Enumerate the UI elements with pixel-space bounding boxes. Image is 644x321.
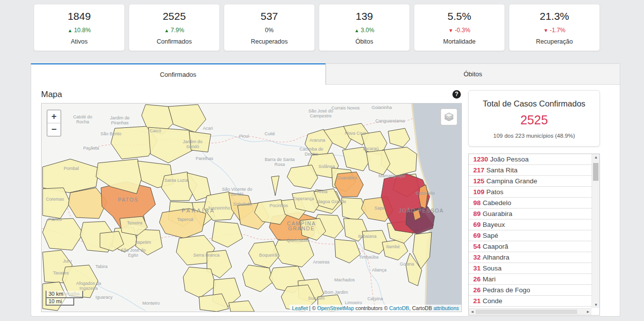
stat-delta: 0% (265, 27, 273, 34)
municipality-count: 32 (473, 254, 481, 261)
zoom-in-button[interactable]: + (48, 110, 60, 123)
tab-obitos[interactable]: Óbitos (326, 63, 621, 85)
map-label: Currais Novos (331, 106, 360, 110)
horizontal-scrollbar[interactable]: ◄ ► (469, 308, 592, 315)
municipality-row[interactable]: 217Santa Rita (469, 165, 592, 176)
choropleth-map[interactable]: Currais NovosCatolé doRochaJardim dePira… (42, 104, 461, 312)
tab-bar: Confirmados Óbitos (31, 63, 620, 85)
map-label: Pocinhos (269, 203, 288, 208)
map-label: Afogados daIngazeira (76, 281, 101, 291)
municipality-name: Guarabira (483, 210, 512, 217)
total-card-value: 2525 (469, 113, 599, 127)
stat-value: 5.5% (447, 10, 471, 22)
scroll-down-icon[interactable]: ▼ (592, 303, 600, 307)
municipality-row[interactable]: 32Alhandra (469, 252, 592, 263)
scroll-left-icon[interactable]: ◄ (470, 310, 474, 314)
map-label: Juru (63, 259, 72, 264)
map-label: Nova Cruz (345, 131, 366, 136)
tab-content-panel: Mapa ? Currais NovosCatolé doRochaJardim… (31, 85, 620, 317)
total-confirmed-card: Total de Casos Confirmados 2525 109 dos … (468, 90, 600, 147)
map-label: Pombal (64, 166, 79, 171)
municipality-row[interactable]: 21Conde (469, 296, 592, 307)
tab-confirmados[interactable]: Confirmados (31, 63, 326, 85)
municipality-row[interactable]: 98Cabedelo (469, 198, 592, 209)
map-label: Caicó (149, 128, 161, 133)
municipality-count: 69 (473, 221, 481, 228)
stat-delta: ▲10.8% (68, 27, 91, 34)
scroll-right-icon[interactable]: ► (586, 310, 590, 314)
municipality-count: 54 (473, 243, 481, 250)
stat-label: Óbitos (355, 38, 373, 45)
municipality-name: Caaporã (483, 243, 508, 250)
leaflet-map[interactable]: Currais NovosCatolé doRochaJardim dePira… (41, 103, 462, 312)
municipality-count: 31 (473, 265, 481, 272)
map-label: Canguaretama (375, 118, 405, 123)
municipality-row[interactable]: 69Sapé (469, 230, 592, 241)
stat-card-recuperados: 5370%Recuperados (224, 4, 315, 51)
stat-value: 537 (260, 10, 278, 22)
map-label: Aliança (372, 268, 387, 272)
municipality-name: Cabedelo (483, 199, 511, 207)
up-arrow-icon: ▲ (354, 28, 359, 33)
municipality-row[interactable]: 69Bayeux (469, 219, 592, 230)
help-icon[interactable]: ? (452, 90, 461, 99)
vertical-scrollbar[interactable]: ▲ ▼ (592, 154, 599, 308)
attribution-link[interactable]: attributions (434, 305, 459, 311)
map-label: Machados (334, 277, 355, 282)
municipality-row[interactable]: 26Pedras de Fogo (469, 285, 592, 296)
municipality-list: 1230João Pessoa217Santa Rita125Campina G… (468, 154, 600, 316)
map-label: Itabaiana (358, 234, 376, 239)
stat-label: Ativos (71, 38, 88, 45)
vertical-scroll-thumb[interactable] (593, 163, 598, 181)
map-label: Santa Luzia (164, 178, 188, 183)
attribution-text: , CartoDB (409, 305, 434, 311)
total-card-subtitle: 109 dos 223 municípios (48.9%) (469, 133, 599, 139)
municipality-count: 1230 (473, 156, 488, 163)
attribution-link[interactable]: CartoDB (389, 305, 409, 311)
map-label: PATOS (118, 197, 138, 203)
municipality-count: 98 (473, 199, 481, 207)
municipality-row[interactable]: 26Mari (469, 274, 592, 285)
stat-value: 21.3% (540, 10, 569, 22)
municipality-row[interactable]: 31Sousa (469, 263, 592, 274)
attribution-link[interactable]: OpenStreetMap (317, 305, 354, 311)
stat-value: 1849 (68, 10, 91, 22)
dashboard: 1849▲10.8%Ativos2525▲7.9%Confirmados5370… (0, 0, 644, 321)
municipality-row[interactable]: 1230João Pessoa (469, 154, 592, 165)
municipality-name: João Pessoa (490, 156, 529, 163)
stat-delta-value: 3.0% (361, 27, 374, 34)
map-label: Sapé (374, 206, 385, 211)
municipality-count: 125 (473, 177, 485, 185)
map-label: Jardim dePiranhas (110, 115, 130, 125)
map-label: Itapetim (135, 240, 151, 245)
map-label: Monteiro (142, 301, 159, 306)
map-title: Mapa (41, 90, 62, 99)
stat-card-mortalidade: 5.5%▼-0.3%Mortalidade (414, 4, 505, 51)
municipality-row[interactable]: 89Guarabira (469, 209, 592, 219)
map-label: Soledade (233, 202, 252, 207)
map-label: Esperança (293, 196, 314, 201)
stat-delta-value: -1.7% (550, 27, 565, 34)
municipality-count: 69 (473, 232, 481, 239)
scale-mi: 10 mi (46, 298, 74, 306)
stat-card-ativos: 1849▲10.8%Ativos (34, 4, 125, 51)
horizontal-scroll-thumb[interactable] (476, 310, 577, 314)
stat-card-recuperação: 21.3%▼-1.7%Recuperação (509, 4, 600, 51)
municipality-row[interactable]: 125Campina Grande (469, 176, 592, 187)
map-label: Boqueirão (259, 253, 279, 258)
municipality-row[interactable]: 54Caaporã (469, 241, 592, 252)
stat-label: Recuperados (251, 38, 288, 45)
municipality-name: Patos (487, 188, 504, 196)
scroll-up-icon[interactable]: ▲ (592, 155, 600, 160)
map-label: JOÃO PESSOA (398, 208, 444, 214)
map-label: Cuité (264, 131, 275, 136)
municipality-row[interactable]: 109Patos (469, 187, 592, 198)
attribution-link[interactable]: Leaflet (292, 305, 308, 311)
map-label: Cabedelo (416, 191, 435, 196)
map-label: Tavares (53, 270, 69, 275)
map-label: Alagoa Grande (316, 199, 347, 204)
map-label: Araruna (309, 138, 325, 143)
layers-control[interactable] (440, 108, 458, 126)
zoom-out-button[interactable]: − (48, 123, 60, 136)
layers-icon (444, 112, 454, 122)
